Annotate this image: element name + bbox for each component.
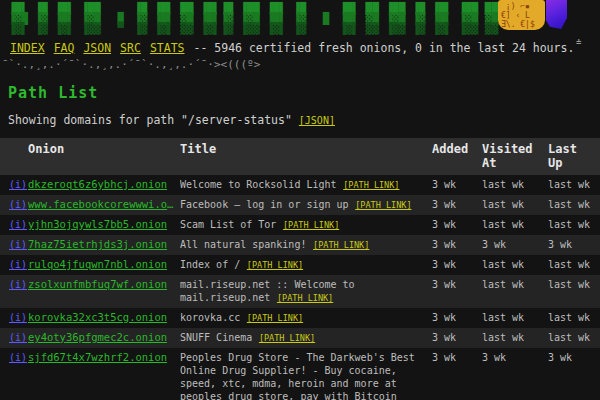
last-up-value: last wk xyxy=(548,199,590,210)
path-link[interactable]: [PATH LINK] xyxy=(313,240,369,250)
onion-ansi-art: ¡) ⌐▪ €] ‹ L Ǝ\. €|$ xyxy=(498,0,545,30)
info-cell: (i) xyxy=(0,218,28,231)
tiny-glyph: ≐ xyxy=(576,37,581,47)
path-link[interactable]: [PATH LINK] xyxy=(355,200,411,210)
table-row: (i) www.facebookcorewwwi.onion Facebook … xyxy=(0,195,600,215)
last-up-cell: last wk xyxy=(548,278,598,291)
table-row: (i) sjfd67t4x7wzhrf2.onion Peoples Drug … xyxy=(0,348,600,400)
added-value: 3 wk xyxy=(432,179,456,190)
title-text: Welcome to Rocksolid Light xyxy=(180,179,337,190)
corner-ansi-art: ¡) ⌐▪ €] ‹ L Ǝ\. €|$ xyxy=(498,0,567,30)
fish-ascii-art: ¯`·.,¸,.·´¯`·.,¸,.·´¯`·.,¸,.·´¯·><(((º> xyxy=(2,58,600,71)
nav-link-json[interactable]: JSON xyxy=(83,41,111,55)
info-link[interactable]: (i) xyxy=(9,179,27,190)
added-cell: 3 wk xyxy=(432,238,482,251)
added-cell: 3 wk xyxy=(432,198,482,211)
title-text: All natural spanking! xyxy=(180,239,306,250)
path-link[interactable]: [PATH LINK] xyxy=(247,313,303,323)
info-link[interactable]: (i) xyxy=(9,312,27,323)
info-link[interactable]: (i) xyxy=(9,279,27,290)
info-link[interactable]: (i) xyxy=(9,352,27,363)
table-row: (i) yjhn3ojqywls7bb5.onion Scam List of … xyxy=(0,215,600,235)
path-link[interactable]: [PATH LINK] xyxy=(247,260,303,270)
added-value: 3 wk xyxy=(432,312,456,323)
title-text: Index of / xyxy=(180,259,240,270)
onion-link[interactable]: 7haz75ietrhjds3j.onion xyxy=(28,238,167,250)
header-added: Added xyxy=(432,142,482,170)
added-value: 3 wk xyxy=(432,259,456,270)
path-link[interactable]: [PATH LINK] xyxy=(259,333,315,343)
visited-at-cell: 3 wk xyxy=(482,238,548,251)
nav-link-src[interactable]: SRC xyxy=(120,41,141,55)
onion-link[interactable]: www.facebookcorewwwi.onion xyxy=(28,198,176,210)
table-body: (i) dkzeroqt6z6ybhcj.onion Welcome to Ro… xyxy=(0,175,600,400)
last-up-value: 3 wk xyxy=(548,352,572,363)
visited-at-value: last wk xyxy=(482,199,524,210)
title-cell: Peoples Drug Store - The Darkweb's Best … xyxy=(180,351,432,400)
path-link[interactable]: [PATH LINK] xyxy=(277,293,333,303)
last-up-value: last wk xyxy=(548,219,590,230)
onion-cell: www.facebookcorewwwi.onion xyxy=(28,198,180,211)
table-row: (i) zsolxunfmbfuq7wf.onion mail.riseup.n… xyxy=(0,275,600,308)
subtitle: Showing domains for path "/server-status… xyxy=(8,113,600,127)
nav-link-stats[interactable]: STATS xyxy=(150,41,185,55)
last-up-cell: last wk xyxy=(548,258,598,271)
path-link[interactable]: [PATH LINK] xyxy=(343,180,399,190)
added-cell: 3 wk xyxy=(432,178,482,191)
onion-link[interactable]: ey4oty36pfgmec2c.onion xyxy=(28,331,167,343)
info-link[interactable]: (i) xyxy=(9,239,27,250)
onion-cell: dkzeroqt6z6ybhcj.onion xyxy=(28,178,180,191)
title-text: korovka.cc xyxy=(180,312,240,323)
nav-link-faq[interactable]: FAQ xyxy=(54,41,75,55)
info-link[interactable]: (i) xyxy=(9,219,27,230)
visited-at-value: last wk xyxy=(482,179,524,190)
added-value: 3 wk xyxy=(432,219,456,230)
onion-link[interactable]: korovka32xc3t5cg.onion xyxy=(28,311,167,323)
onion-cell: zsolxunfmbfuq7wf.onion xyxy=(28,278,180,291)
onion-link[interactable]: rulqo4jfuqwn7nbl.onion xyxy=(28,258,167,270)
onion-link[interactable]: sjfd67t4x7wzhrf2.onion xyxy=(28,351,167,363)
top-nav: INDEXFAQJSONSRCSTATS-- 5946 certified fr… xyxy=(10,41,600,55)
table-row: (i) korovka32xc3t5cg.onion korovka.cc [P… xyxy=(0,308,600,328)
last-up-value: last wk xyxy=(548,332,590,343)
last-up-value: 3 wk xyxy=(548,239,572,250)
visited-at-cell: last wk xyxy=(482,331,548,344)
title-cell: Scam List of Tor [PATH LINK] xyxy=(180,218,432,231)
header-last-up: Last Up xyxy=(548,142,598,170)
onion-art-line: ¡) ⌐▪ xyxy=(501,2,530,11)
title-cell: SNUFF Cinema [PATH LINK] xyxy=(180,331,432,344)
last-up-value: last wk xyxy=(548,279,590,290)
onion-link[interactable]: zsolxunfmbfuq7wf.onion xyxy=(28,278,167,290)
last-up-cell: last wk xyxy=(548,198,598,211)
added-value: 3 wk xyxy=(432,352,456,363)
added-cell: 3 wk xyxy=(432,258,482,271)
fresh-onions-page: { "banner": { "art_lines": [ "▐█▌ ▐█ ▐█▌… xyxy=(0,0,600,400)
info-link[interactable]: (i) xyxy=(9,259,27,270)
json-link[interactable]: [JSON] xyxy=(299,115,335,126)
visited-at-value: last wk xyxy=(482,279,524,290)
visited-at-value: last wk xyxy=(482,332,524,343)
visited-at-cell: last wk xyxy=(482,258,548,271)
last-up-value: last wk xyxy=(548,259,590,270)
purple-ansi-art xyxy=(546,0,567,29)
info-cell: (i) xyxy=(0,278,28,291)
title-cell: All natural spanking! [PATH LINK] xyxy=(180,238,432,251)
visited-at-cell: 3 wk xyxy=(482,351,548,364)
last-up-value: last wk xyxy=(548,312,590,323)
info-cell: (i) xyxy=(0,351,28,364)
visited-at-cell: last wk xyxy=(482,278,548,291)
onion-art-line: €] ‹ L xyxy=(501,11,530,20)
onion-link[interactable]: dkzeroqt6z6ybhcj.onion xyxy=(28,178,167,190)
added-cell: 3 wk xyxy=(432,278,482,291)
added-cell: 3 wk xyxy=(432,311,482,324)
last-up-cell: last wk xyxy=(548,311,598,324)
title-text: Scam List of Tor xyxy=(180,219,276,230)
onion-link[interactable]: yjhn3ojqywls7bb5.onion xyxy=(28,218,167,230)
nav-link-index[interactable]: INDEX xyxy=(10,41,45,55)
added-cell: 3 wk xyxy=(432,218,482,231)
info-link[interactable]: (i) xyxy=(9,332,27,343)
onion-cell: ey4oty36pfgmec2c.onion xyxy=(28,331,180,344)
path-link[interactable]: [PATH LINK] xyxy=(283,220,339,230)
info-link[interactable]: (i) xyxy=(9,199,27,210)
title-text: Peoples Drug Store - The Darkweb's Best … xyxy=(180,352,415,400)
